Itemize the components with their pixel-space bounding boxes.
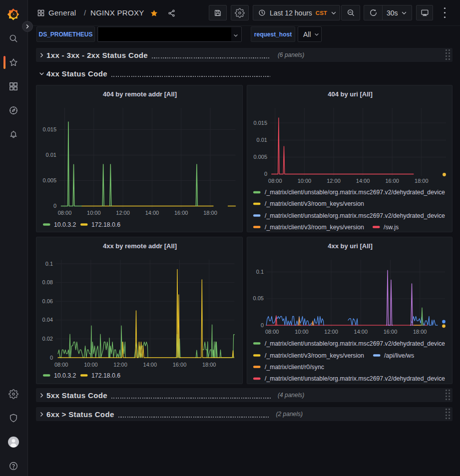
svg-text:0.1: 0.1 xyxy=(45,261,53,267)
svg-text:16:00: 16:00 xyxy=(173,362,187,368)
svg-text:/_matrix/client/unstable/org.m: /_matrix/client/unstable/org.matrix.msc2… xyxy=(265,212,445,219)
svg-text:10.0.3.2: 10.0.3.2 xyxy=(54,372,76,379)
svg-text:0: 0 xyxy=(50,355,53,361)
svg-text:14:00: 14:00 xyxy=(145,210,159,216)
svg-text:12:00: 12:00 xyxy=(113,362,127,368)
svg-text:0.08: 0.08 xyxy=(42,279,53,285)
svg-text:18:00: 18:00 xyxy=(415,178,429,184)
svg-text:404 by uri [All]: 404 by uri [All] xyxy=(328,90,373,98)
svg-text:14:00: 14:00 xyxy=(143,362,157,368)
svg-text:08:00: 08:00 xyxy=(268,178,282,184)
svg-text:4xx by uri [All]: 4xx by uri [All] xyxy=(328,242,373,250)
svg-text:/_matrix/client/v3/room_keys/v: /_matrix/client/v3/room_keys/version xyxy=(265,200,364,207)
svg-text:/_matrix/client/unstable/org.m: /_matrix/client/unstable/org.matrix.msc2… xyxy=(265,375,445,382)
svg-text:0.04: 0.04 xyxy=(42,317,53,323)
svg-text:08:00: 08:00 xyxy=(58,210,72,216)
svg-text:16:00: 16:00 xyxy=(384,329,398,335)
svg-text:0.01: 0.01 xyxy=(46,152,56,158)
svg-text:18:00: 18:00 xyxy=(202,362,216,368)
svg-text:/_matrix/client/v3/room_keys/v: /_matrix/client/v3/room_keys/version xyxy=(265,224,364,231)
svg-text:16:00: 16:00 xyxy=(385,178,399,184)
svg-text:08:00: 08:00 xyxy=(265,329,279,335)
svg-text:14:00: 14:00 xyxy=(356,178,370,184)
svg-text:08:00: 08:00 xyxy=(54,362,68,368)
svg-text:172.18.0.6: 172.18.0.6 xyxy=(91,372,120,379)
svg-text:0: 0 xyxy=(264,171,267,177)
svg-text:16:00: 16:00 xyxy=(174,210,188,216)
svg-text:0: 0 xyxy=(53,203,56,209)
svg-text:0.01: 0.01 xyxy=(257,137,267,143)
svg-text:0.1: 0.1 xyxy=(256,269,264,275)
svg-text:/_matrix/client/r0/sync: /_matrix/client/r0/sync xyxy=(265,364,324,371)
svg-text:12:00: 12:00 xyxy=(116,210,130,216)
svg-text:10:00: 10:00 xyxy=(295,329,309,335)
svg-text:/_matrix/client/unstable/org.m: /_matrix/client/unstable/org.matrix.msc2… xyxy=(265,189,445,196)
svg-text:0.015: 0.015 xyxy=(253,120,267,126)
svg-text:0.005: 0.005 xyxy=(42,177,56,183)
svg-text:10:00: 10:00 xyxy=(298,178,312,184)
svg-text:/_matrix/client/unstable/org.m: /_matrix/client/unstable/org.matrix.msc2… xyxy=(265,340,445,347)
svg-text:/sw.js: /sw.js xyxy=(384,224,399,231)
svg-text:4xx by remote addr [All]: 4xx by remote addr [All] xyxy=(103,242,177,250)
svg-text:/_matrix/client/v3/room_keys/v: /_matrix/client/v3/room_keys/version xyxy=(265,352,364,359)
svg-text:172.18.0.6: 172.18.0.6 xyxy=(91,221,120,228)
svg-text:0.015: 0.015 xyxy=(42,126,56,132)
svg-text:0.06: 0.06 xyxy=(42,298,53,304)
svg-text:404 by remote addr [All]: 404 by remote addr [All] xyxy=(103,90,177,98)
svg-text:14:00: 14:00 xyxy=(354,329,368,335)
svg-text:0.05: 0.05 xyxy=(253,295,264,301)
svg-text:18:00: 18:00 xyxy=(413,329,427,335)
svg-text:10:00: 10:00 xyxy=(87,210,101,216)
svg-text:12:00: 12:00 xyxy=(327,178,341,184)
svg-text:0.02: 0.02 xyxy=(42,336,53,342)
svg-text:10.0.3.2: 10.0.3.2 xyxy=(54,221,76,228)
svg-text:0.005: 0.005 xyxy=(253,154,267,160)
svg-text:0: 0 xyxy=(261,322,264,328)
svg-text:12:00: 12:00 xyxy=(324,329,338,335)
svg-text:/api/live/ws: /api/live/ws xyxy=(384,352,414,359)
svg-text:10:00: 10:00 xyxy=(84,362,98,368)
svg-text:18:00: 18:00 xyxy=(203,210,217,216)
